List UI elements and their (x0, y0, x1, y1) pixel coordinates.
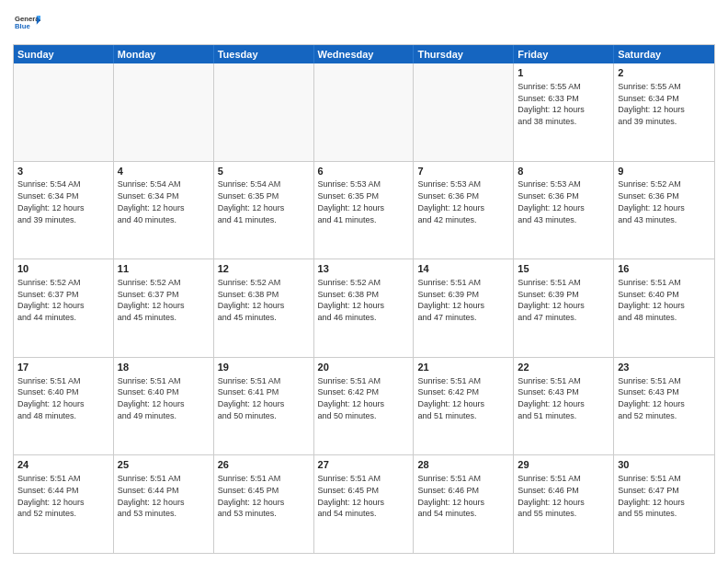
day-number: 17 (17, 361, 109, 374)
calendar-cell: 14Sunrise: 5:51 AM Sunset: 6:39 PM Dayli… (414, 259, 514, 357)
day-info: Sunrise: 5:51 AM Sunset: 6:40 PM Dayligh… (17, 376, 85, 420)
calendar-cell: 12Sunrise: 5:52 AM Sunset: 6:38 PM Dayli… (214, 259, 314, 357)
calendar-day-header: Sunday (14, 45, 114, 63)
day-number: 24 (17, 458, 109, 472)
logo: General Blue (13, 9, 40, 39)
day-number: 9 (618, 165, 711, 178)
calendar-cell: 5Sunrise: 5:54 AM Sunset: 6:35 PM Daylig… (214, 162, 314, 259)
day-number: 27 (318, 458, 410, 472)
calendar-cell (114, 63, 214, 161)
day-number: 3 (17, 165, 109, 178)
calendar-cell: 19Sunrise: 5:51 AM Sunset: 6:41 PM Dayli… (214, 358, 314, 455)
calendar-cell: 13Sunrise: 5:52 AM Sunset: 6:38 PM Dayli… (314, 259, 415, 357)
day-info: Sunrise: 5:54 AM Sunset: 6:34 PM Dayligh… (118, 179, 185, 224)
calendar-cell: 4Sunrise: 5:54 AM Sunset: 6:34 PM Daylig… (114, 162, 214, 259)
day-info: Sunrise: 5:51 AM Sunset: 6:42 PM Dayligh… (318, 376, 385, 420)
day-number: 4 (118, 165, 210, 178)
calendar-day-header: Thursday (414, 45, 514, 63)
calendar-cell (414, 63, 514, 161)
day-info: Sunrise: 5:51 AM Sunset: 6:46 PM Dayligh… (518, 474, 585, 518)
calendar-cell: 6Sunrise: 5:53 AM Sunset: 6:35 PM Daylig… (314, 162, 415, 259)
day-info: Sunrise: 5:54 AM Sunset: 6:34 PM Dayligh… (17, 179, 85, 224)
day-number: 19 (218, 361, 310, 374)
day-number: 28 (417, 458, 509, 472)
day-number: 11 (118, 262, 210, 276)
day-info: Sunrise: 5:51 AM Sunset: 6:39 PM Dayligh… (518, 278, 585, 322)
day-number: 18 (118, 361, 210, 374)
calendar-cell: 26Sunrise: 5:51 AM Sunset: 6:45 PM Dayli… (214, 455, 314, 553)
day-number: 16 (618, 262, 711, 276)
logo-icon: General Blue (15, 9, 40, 35)
calendar-cell: 3Sunrise: 5:54 AM Sunset: 6:34 PM Daylig… (14, 162, 114, 259)
day-info: Sunrise: 5:51 AM Sunset: 6:43 PM Dayligh… (518, 376, 585, 420)
page-header: General Blue (13, 9, 715, 39)
day-info: Sunrise: 5:51 AM Sunset: 6:44 PM Dayligh… (118, 474, 185, 518)
day-number: 5 (218, 165, 310, 178)
svg-text:Blue: Blue (15, 22, 30, 30)
day-number: 21 (417, 361, 509, 374)
calendar-cell: 8Sunrise: 5:53 AM Sunset: 6:36 PM Daylig… (514, 162, 614, 259)
day-number: 6 (318, 165, 410, 178)
calendar-cell: 27Sunrise: 5:51 AM Sunset: 6:45 PM Dayli… (314, 455, 415, 553)
day-info: Sunrise: 5:51 AM Sunset: 6:47 PM Dayligh… (618, 474, 685, 518)
calendar-cell: 17Sunrise: 5:51 AM Sunset: 6:40 PM Dayli… (14, 358, 114, 455)
day-info: Sunrise: 5:53 AM Sunset: 6:36 PM Dayligh… (518, 179, 585, 224)
calendar-cell: 25Sunrise: 5:51 AM Sunset: 6:44 PM Dayli… (114, 455, 214, 553)
day-number: 22 (518, 361, 609, 374)
day-number: 29 (518, 458, 609, 472)
day-number: 12 (218, 262, 310, 276)
day-info: Sunrise: 5:55 AM Sunset: 6:34 PM Dayligh… (618, 82, 685, 126)
calendar-cell: 7Sunrise: 5:53 AM Sunset: 6:36 PM Daylig… (414, 162, 514, 259)
calendar-cell: 20Sunrise: 5:51 AM Sunset: 6:42 PM Dayli… (314, 358, 415, 455)
day-info: Sunrise: 5:51 AM Sunset: 6:42 PM Dayligh… (417, 376, 484, 420)
day-info: Sunrise: 5:53 AM Sunset: 6:36 PM Dayligh… (417, 179, 484, 224)
calendar: SundayMondayTuesdayWednesdayThursdayFrid… (13, 44, 715, 554)
calendar-cell: 11Sunrise: 5:52 AM Sunset: 6:37 PM Dayli… (114, 259, 214, 357)
calendar-day-header: Tuesday (214, 45, 314, 63)
day-number: 15 (518, 262, 609, 276)
calendar-day-header: Saturday (614, 45, 714, 63)
calendar-header: SundayMondayTuesdayWednesdayThursdayFrid… (14, 45, 714, 63)
calendar-cell: 15Sunrise: 5:51 AM Sunset: 6:39 PM Dayli… (514, 259, 614, 357)
day-info: Sunrise: 5:54 AM Sunset: 6:35 PM Dayligh… (218, 179, 285, 224)
calendar-cell (314, 63, 415, 161)
calendar-row: 3Sunrise: 5:54 AM Sunset: 6:34 PM Daylig… (14, 161, 714, 259)
day-info: Sunrise: 5:51 AM Sunset: 6:40 PM Dayligh… (618, 278, 685, 322)
day-number: 10 (17, 262, 109, 276)
calendar-row: 24Sunrise: 5:51 AM Sunset: 6:44 PM Dayli… (14, 454, 714, 553)
day-info: Sunrise: 5:52 AM Sunset: 6:37 PM Dayligh… (17, 278, 85, 322)
calendar-cell: 16Sunrise: 5:51 AM Sunset: 6:40 PM Dayli… (614, 259, 714, 357)
calendar-row: 17Sunrise: 5:51 AM Sunset: 6:40 PM Dayli… (14, 357, 714, 455)
day-number: 7 (417, 165, 509, 178)
calendar-cell: 9Sunrise: 5:52 AM Sunset: 6:36 PM Daylig… (614, 162, 714, 259)
day-number: 20 (318, 361, 410, 374)
day-info: Sunrise: 5:51 AM Sunset: 6:39 PM Dayligh… (417, 278, 484, 322)
day-info: Sunrise: 5:52 AM Sunset: 6:37 PM Dayligh… (118, 278, 185, 322)
day-info: Sunrise: 5:53 AM Sunset: 6:35 PM Dayligh… (318, 179, 385, 224)
day-number: 2 (618, 66, 711, 80)
calendar-day-header: Monday (114, 45, 214, 63)
calendar-cell: 23Sunrise: 5:51 AM Sunset: 6:43 PM Dayli… (614, 358, 714, 455)
day-number: 13 (318, 262, 410, 276)
day-number: 8 (518, 165, 609, 178)
day-info: Sunrise: 5:52 AM Sunset: 6:36 PM Dayligh… (618, 179, 685, 224)
day-number: 26 (218, 458, 310, 472)
day-info: Sunrise: 5:51 AM Sunset: 6:44 PM Dayligh… (17, 474, 85, 518)
day-number: 30 (618, 458, 711, 472)
day-info: Sunrise: 5:52 AM Sunset: 6:38 PM Dayligh… (218, 278, 285, 322)
calendar-cell: 29Sunrise: 5:51 AM Sunset: 6:46 PM Dayli… (514, 455, 614, 553)
calendar-cell: 30Sunrise: 5:51 AM Sunset: 6:47 PM Dayli… (614, 455, 714, 553)
calendar-cell: 2Sunrise: 5:55 AM Sunset: 6:34 PM Daylig… (614, 63, 714, 161)
calendar-body: 1Sunrise: 5:55 AM Sunset: 6:33 PM Daylig… (14, 63, 714, 553)
day-info: Sunrise: 5:51 AM Sunset: 6:45 PM Dayligh… (318, 474, 385, 518)
calendar-cell (14, 63, 114, 161)
day-number: 1 (518, 66, 609, 80)
calendar-cell: 1Sunrise: 5:55 AM Sunset: 6:33 PM Daylig… (514, 63, 614, 161)
calendar-cell: 10Sunrise: 5:52 AM Sunset: 6:37 PM Dayli… (14, 259, 114, 357)
day-info: Sunrise: 5:51 AM Sunset: 6:40 PM Dayligh… (118, 376, 185, 420)
day-info: Sunrise: 5:55 AM Sunset: 6:33 PM Dayligh… (518, 82, 585, 126)
calendar-cell: 22Sunrise: 5:51 AM Sunset: 6:43 PM Dayli… (514, 358, 614, 455)
calendar-cell: 28Sunrise: 5:51 AM Sunset: 6:46 PM Dayli… (414, 455, 514, 553)
calendar-cell: 24Sunrise: 5:51 AM Sunset: 6:44 PM Dayli… (14, 455, 114, 553)
calendar-cell: 18Sunrise: 5:51 AM Sunset: 6:40 PM Dayli… (114, 358, 214, 455)
